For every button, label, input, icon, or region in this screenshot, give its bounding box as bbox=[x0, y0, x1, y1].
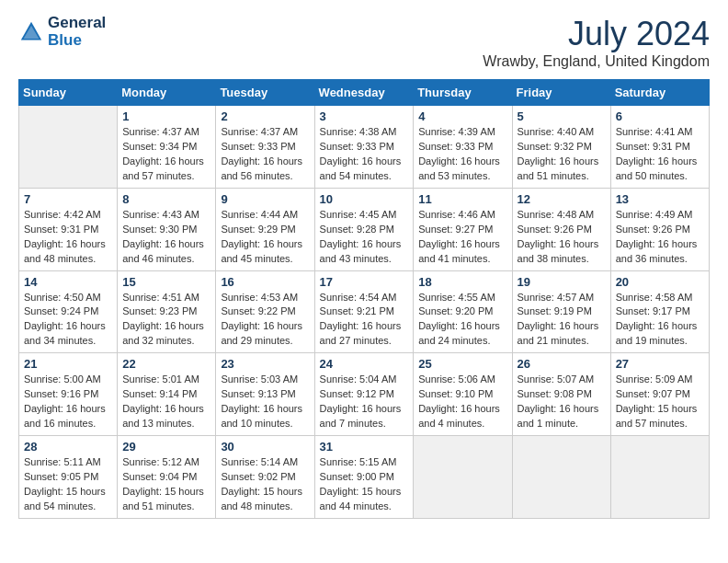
day-number: 19 bbox=[518, 275, 606, 289]
calendar-cell: 31Sunrise: 5:15 AMSunset: 9:00 PMDayligh… bbox=[314, 436, 414, 519]
calendar-cell: 26Sunrise: 5:07 AMSunset: 9:08 PMDayligh… bbox=[512, 353, 610, 436]
month-year: July 2024 bbox=[483, 15, 710, 53]
calendar-cell: 15Sunrise: 4:51 AMSunset: 9:23 PMDayligh… bbox=[118, 270, 216, 353]
title-area: July 2024 Wrawby, England, United Kingdo… bbox=[483, 15, 710, 70]
day-info: Sunrise: 4:51 AMSunset: 9:23 PMDaylight:… bbox=[122, 291, 210, 350]
day-info: Sunrise: 5:15 AMSunset: 9:00 PMDaylight:… bbox=[320, 455, 409, 514]
logo: General Blue bbox=[18, 15, 106, 49]
calendar-cell: 6Sunrise: 4:41 AMSunset: 9:31 PMDaylight… bbox=[610, 106, 709, 189]
day-info: Sunrise: 5:04 AMSunset: 9:12 PMDaylight:… bbox=[320, 373, 409, 431]
calendar-week-row: 1Sunrise: 4:37 AMSunset: 9:34 PMDaylight… bbox=[19, 106, 710, 189]
day-number: 1 bbox=[122, 109, 210, 123]
calendar-cell: 25Sunrise: 5:06 AMSunset: 9:10 PMDayligh… bbox=[414, 353, 512, 436]
header: General Blue July 2024 Wrawby, England, … bbox=[18, 15, 710, 70]
day-info: Sunrise: 4:44 AMSunset: 9:29 PMDaylight:… bbox=[221, 208, 309, 267]
column-header-sunday: Sunday bbox=[19, 80, 118, 106]
day-number: 9 bbox=[221, 192, 309, 206]
calendar-cell bbox=[414, 436, 512, 519]
day-number: 12 bbox=[518, 192, 606, 206]
calendar-cell: 30Sunrise: 5:14 AMSunset: 9:02 PMDayligh… bbox=[216, 436, 314, 519]
day-info: Sunrise: 5:14 AMSunset: 9:02 PMDaylight:… bbox=[221, 455, 309, 514]
day-number: 16 bbox=[221, 275, 309, 289]
day-number: 31 bbox=[320, 440, 409, 454]
calendar-cell: 28Sunrise: 5:11 AMSunset: 9:05 PMDayligh… bbox=[19, 436, 118, 519]
day-info: Sunrise: 5:11 AMSunset: 9:05 PMDaylight:… bbox=[24, 455, 112, 514]
calendar-cell: 2Sunrise: 4:37 AMSunset: 9:33 PMDaylight… bbox=[216, 106, 314, 189]
day-info: Sunrise: 5:12 AMSunset: 9:04 PMDaylight:… bbox=[122, 455, 210, 514]
day-number: 7 bbox=[24, 192, 112, 206]
day-number: 8 bbox=[122, 192, 210, 206]
calendar-week-row: 28Sunrise: 5:11 AMSunset: 9:05 PMDayligh… bbox=[19, 436, 710, 519]
day-number: 18 bbox=[418, 275, 506, 289]
day-number: 21 bbox=[24, 357, 112, 371]
day-info: Sunrise: 4:40 AMSunset: 9:32 PMDaylight:… bbox=[518, 125, 606, 184]
calendar-cell bbox=[512, 436, 610, 519]
day-info: Sunrise: 5:06 AMSunset: 9:10 PMDaylight:… bbox=[418, 373, 506, 431]
calendar-cell: 7Sunrise: 4:42 AMSunset: 9:31 PMDaylight… bbox=[19, 188, 118, 270]
calendar-week-row: 7Sunrise: 4:42 AMSunset: 9:31 PMDaylight… bbox=[19, 188, 710, 270]
day-info: Sunrise: 4:41 AMSunset: 9:31 PMDaylight:… bbox=[616, 125, 704, 184]
day-info: Sunrise: 4:49 AMSunset: 9:26 PMDaylight:… bbox=[616, 208, 704, 267]
day-info: Sunrise: 4:38 AMSunset: 9:33 PMDaylight:… bbox=[320, 125, 409, 184]
day-info: Sunrise: 4:53 AMSunset: 9:22 PMDaylight:… bbox=[221, 291, 309, 350]
column-header-friday: Friday bbox=[512, 80, 610, 106]
day-number: 24 bbox=[320, 357, 409, 371]
day-info: Sunrise: 4:55 AMSunset: 9:20 PMDaylight:… bbox=[418, 291, 506, 350]
column-header-saturday: Saturday bbox=[610, 80, 709, 106]
calendar-cell: 11Sunrise: 4:46 AMSunset: 9:27 PMDayligh… bbox=[414, 188, 512, 270]
day-number: 22 bbox=[122, 357, 210, 371]
logo-icon bbox=[18, 19, 44, 45]
day-number: 25 bbox=[418, 357, 506, 371]
location: Wrawby, England, United Kingdom bbox=[483, 53, 710, 70]
calendar-cell: 17Sunrise: 4:54 AMSunset: 9:21 PMDayligh… bbox=[314, 270, 414, 353]
column-header-thursday: Thursday bbox=[414, 80, 512, 106]
calendar-cell: 13Sunrise: 4:49 AMSunset: 9:26 PMDayligh… bbox=[610, 188, 709, 270]
calendar-cell bbox=[19, 106, 118, 189]
day-info: Sunrise: 4:37 AMSunset: 9:33 PMDaylight:… bbox=[221, 125, 309, 184]
calendar-cell bbox=[610, 436, 709, 519]
day-info: Sunrise: 4:57 AMSunset: 9:19 PMDaylight:… bbox=[518, 291, 606, 350]
day-number: 23 bbox=[221, 357, 309, 371]
calendar-cell: 23Sunrise: 5:03 AMSunset: 9:13 PMDayligh… bbox=[216, 353, 314, 436]
calendar-cell: 9Sunrise: 4:44 AMSunset: 9:29 PMDaylight… bbox=[216, 188, 314, 270]
calendar-header-row: SundayMondayTuesdayWednesdayThursdayFrid… bbox=[19, 80, 710, 106]
day-info: Sunrise: 5:03 AMSunset: 9:13 PMDaylight:… bbox=[221, 373, 309, 431]
day-info: Sunrise: 4:58 AMSunset: 9:17 PMDaylight:… bbox=[616, 291, 704, 350]
day-number: 27 bbox=[616, 357, 704, 371]
calendar-cell: 1Sunrise: 4:37 AMSunset: 9:34 PMDaylight… bbox=[118, 106, 216, 189]
column-header-wednesday: Wednesday bbox=[314, 80, 414, 106]
day-info: Sunrise: 5:07 AMSunset: 9:08 PMDaylight:… bbox=[518, 373, 606, 431]
day-number: 29 bbox=[122, 440, 210, 454]
calendar-cell: 22Sunrise: 5:01 AMSunset: 9:14 PMDayligh… bbox=[118, 353, 216, 436]
column-header-tuesday: Tuesday bbox=[216, 80, 314, 106]
calendar-cell: 10Sunrise: 4:45 AMSunset: 9:28 PMDayligh… bbox=[314, 188, 414, 270]
day-number: 28 bbox=[24, 440, 112, 454]
day-info: Sunrise: 5:09 AMSunset: 9:07 PMDaylight:… bbox=[616, 373, 704, 431]
calendar-cell: 4Sunrise: 4:39 AMSunset: 9:33 PMDaylight… bbox=[414, 106, 512, 189]
day-number: 6 bbox=[616, 109, 704, 123]
day-info: Sunrise: 4:50 AMSunset: 9:24 PMDaylight:… bbox=[24, 291, 112, 350]
day-number: 4 bbox=[418, 109, 506, 123]
day-info: Sunrise: 5:00 AMSunset: 9:16 PMDaylight:… bbox=[24, 373, 112, 431]
day-number: 2 bbox=[221, 109, 309, 123]
calendar-cell: 29Sunrise: 5:12 AMSunset: 9:04 PMDayligh… bbox=[118, 436, 216, 519]
day-number: 30 bbox=[221, 440, 309, 454]
calendar-week-row: 14Sunrise: 4:50 AMSunset: 9:24 PMDayligh… bbox=[19, 270, 710, 353]
logo-text: General Blue bbox=[48, 15, 106, 49]
day-info: Sunrise: 5:01 AMSunset: 9:14 PMDaylight:… bbox=[122, 373, 210, 431]
day-info: Sunrise: 4:46 AMSunset: 9:27 PMDaylight:… bbox=[418, 208, 506, 267]
calendar-table: SundayMondayTuesdayWednesdayThursdayFrid… bbox=[18, 79, 710, 519]
calendar-cell: 20Sunrise: 4:58 AMSunset: 9:17 PMDayligh… bbox=[610, 270, 709, 353]
day-info: Sunrise: 4:48 AMSunset: 9:26 PMDaylight:… bbox=[518, 208, 606, 267]
calendar-cell: 16Sunrise: 4:53 AMSunset: 9:22 PMDayligh… bbox=[216, 270, 314, 353]
day-info: Sunrise: 4:54 AMSunset: 9:21 PMDaylight:… bbox=[320, 291, 409, 350]
day-info: Sunrise: 4:37 AMSunset: 9:34 PMDaylight:… bbox=[122, 125, 210, 184]
day-info: Sunrise: 4:45 AMSunset: 9:28 PMDaylight:… bbox=[320, 208, 409, 267]
day-number: 3 bbox=[320, 109, 409, 123]
calendar-week-row: 21Sunrise: 5:00 AMSunset: 9:16 PMDayligh… bbox=[19, 353, 710, 436]
day-number: 5 bbox=[518, 109, 606, 123]
calendar-cell: 14Sunrise: 4:50 AMSunset: 9:24 PMDayligh… bbox=[19, 270, 118, 353]
day-number: 10 bbox=[320, 192, 409, 206]
day-number: 11 bbox=[418, 192, 506, 206]
calendar-cell: 21Sunrise: 5:00 AMSunset: 9:16 PMDayligh… bbox=[19, 353, 118, 436]
